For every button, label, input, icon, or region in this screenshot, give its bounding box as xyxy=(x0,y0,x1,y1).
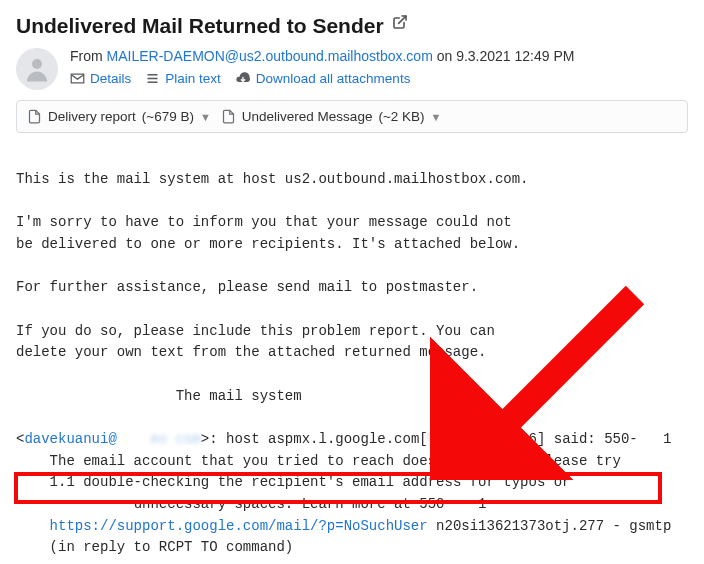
open-external-icon[interactable] xyxy=(392,14,408,34)
message-header: From MAILER-DAEMON@us2.outbound.mailhost… xyxy=(16,48,688,90)
from-label: From xyxy=(70,48,103,64)
file-icon xyxy=(27,109,42,124)
from-line: From MAILER-DAEMON@us2.outbound.mailhost… xyxy=(70,48,688,64)
attachment-name: Undelivered Message xyxy=(242,109,373,124)
message-meta: From MAILER-DAEMON@us2.outbound.mailhost… xyxy=(70,48,688,86)
attachment-item[interactable]: Undelivered Message (~2 KB) ▼ xyxy=(221,109,442,124)
details-label: Details xyxy=(90,71,131,86)
body-line: If you do so, please include this proble… xyxy=(16,323,495,339)
meta-links: Details Plain text Download all attachme… xyxy=(70,70,688,86)
envelope-icon xyxy=(70,71,85,86)
svg-point-1 xyxy=(32,59,42,69)
download-all-button[interactable]: Download all attachments xyxy=(235,70,411,86)
body-line: 1.1 double-checking the recipient's emai… xyxy=(16,474,571,490)
download-all-label: Download all attachments xyxy=(256,71,411,86)
plaintext-label: Plain text xyxy=(165,71,221,86)
list-icon xyxy=(145,71,160,86)
avatar xyxy=(16,48,58,90)
details-button[interactable]: Details xyxy=(70,71,131,86)
plaintext-button[interactable]: Plain text xyxy=(145,71,221,86)
attachment-name: Delivery report xyxy=(48,109,136,124)
attachment-size: (~679 B) xyxy=(142,109,194,124)
attachment-size: (~2 KB) xyxy=(378,109,424,124)
body-line: be delivered to one or more recipients. … xyxy=(16,236,520,252)
attachments-bar: Delivery report (~679 B) ▼ Undelivered M… xyxy=(16,100,688,133)
message-body: This is the mail system at host us2.outb… xyxy=(16,147,688,559)
attachment-item[interactable]: Delivery report (~679 B) ▼ xyxy=(27,109,211,124)
from-address-link[interactable]: MAILER-DAEMON@us2.outbound.mailhostbox.c… xyxy=(107,48,433,64)
svg-line-0 xyxy=(398,16,405,23)
subject-title: Undelivered Mail Returned to Sender xyxy=(16,14,384,38)
recipient-email[interactable]: davekuanui@ eo com xyxy=(24,431,200,447)
body-line: I'm sorry to have to inform you that you… xyxy=(16,214,512,230)
body-line: (in reply to RCPT TO command) xyxy=(16,539,293,555)
body-line: delete your own text from the attached r… xyxy=(16,344,486,360)
on-label: on xyxy=(437,48,453,64)
chevron-down-icon: ▼ xyxy=(431,111,442,123)
subject-row: Undelivered Mail Returned to Sender xyxy=(16,14,688,38)
cloud-download-icon xyxy=(235,70,251,86)
body-line: The mail system xyxy=(16,388,302,404)
message-date: 9.3.2021 12:49 PM xyxy=(456,48,574,64)
body-line: For further assistance, please send mail… xyxy=(16,279,478,295)
chevron-down-icon: ▼ xyxy=(200,111,211,123)
error-line: The email account that you tried to reac… xyxy=(16,453,529,469)
file-icon xyxy=(221,109,236,124)
support-link[interactable]: https://support.google.com/mail/?p=NoSuc… xyxy=(50,518,428,534)
body-line: This is the mail system at host us2.outb… xyxy=(16,171,528,187)
